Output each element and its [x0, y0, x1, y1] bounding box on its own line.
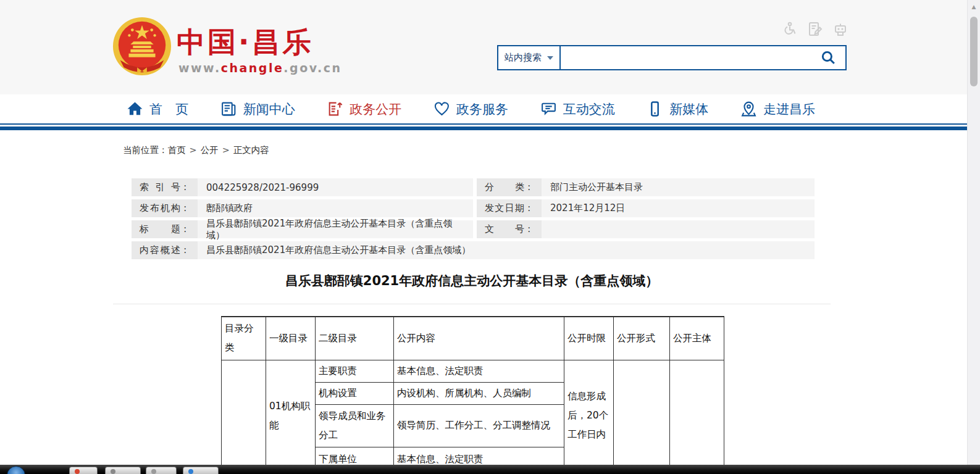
meta-value-doc-no: [542, 220, 815, 238]
meta-row: 标题： 昌乐县鄌郚镇2021年政府信息主动公开基本目录（含重点领域） 文号：: [132, 220, 815, 238]
meta-label-title: 标题：: [132, 220, 198, 238]
nav-item-gov-disclosure[interactable]: 政务公开: [327, 101, 401, 118]
taskbar-button[interactable]: [105, 467, 141, 474]
utility-icons: [782, 21, 848, 37]
nav-item-news-center[interactable]: 新闻中心: [220, 101, 295, 118]
breadcrumb-separator: >: [190, 145, 197, 155]
main-nav: 首 页 新闻中心 政务公开: [0, 94, 967, 123]
breadcrumb-separator: >: [222, 145, 230, 155]
site-url-highlight: changle: [221, 61, 284, 75]
meta-row: 发布机构： 鄌郚镇政府 发文日期： 2021年12月12日: [132, 199, 815, 217]
document-metadata: 索引号： 004225928/2021-96999 分类： 部门主动公开基本目录…: [132, 178, 815, 262]
national-emblem-logo: [112, 16, 172, 78]
nav-item-new-media[interactable]: 新媒体: [647, 101, 708, 118]
page-scrollbar[interactable]: ▲: [967, 0, 980, 474]
search-button[interactable]: [811, 46, 845, 69]
start-button[interactable]: [7, 466, 25, 474]
meta-label-summary: 内容概述：: [132, 241, 198, 259]
cell-level2: 领导成员和业务分工: [316, 404, 394, 447]
col-header-level1: 一级目录: [266, 317, 316, 360]
divider-line-thick: [0, 127, 967, 130]
meta-label-index-no: 索引号：: [132, 178, 198, 196]
meta-value-summary: 昌乐县鄌郚镇2021年政府信息主动公开基本目录（含重点领域）: [198, 241, 815, 259]
search-input[interactable]: [561, 46, 811, 69]
nav-item-home[interactable]: 首 页: [127, 101, 188, 118]
meta-label-pub-date: 发文日期：: [477, 199, 542, 217]
document-arrow-icon: [327, 101, 343, 117]
taskbar-button[interactable]: [146, 467, 177, 474]
nav-label: 首 页: [149, 101, 188, 118]
mobile-icon: [647, 101, 663, 117]
meta-label-category: 分类：: [477, 178, 542, 196]
site-url-suffix: .gov.cn: [283, 61, 341, 75]
table-header-row: 目录分类 一级目录 二级目录 公开内容 公开时限 公开形式 公开主体: [222, 317, 724, 360]
nav-item-gov-services[interactable]: 政务服务: [433, 101, 508, 118]
search-scope-label: 站内搜索: [505, 52, 542, 64]
taskbar-button[interactable]: [69, 467, 98, 474]
cell-content: 内设机构、所属机构、人员编制: [394, 382, 564, 404]
nav-item-about-changle[interactable]: 走进昌乐: [740, 101, 815, 118]
nav-label: 走进昌乐: [763, 101, 815, 118]
taskbar-app-icon: [151, 469, 156, 474]
taskbar-app-icon: [111, 469, 115, 474]
accessibility-icon[interactable]: [782, 21, 798, 37]
annotate-document-icon[interactable]: [807, 21, 823, 37]
taskbar-app-icon: [188, 469, 193, 474]
meta-label-publisher: 发布机构：: [132, 199, 198, 217]
breadcrumb-disclosure-link[interactable]: 公开: [201, 145, 219, 155]
cell-content: 基本信息、法定职责: [394, 360, 564, 382]
map-pin-icon: [740, 101, 757, 117]
nav-label: 政务服务: [456, 101, 508, 118]
site-url: www.changle.gov.cn: [178, 61, 342, 75]
cell-subject: [670, 360, 724, 472]
col-header-time-limit: 公开时限: [564, 317, 614, 360]
search-bar: 站内搜索: [497, 45, 847, 70]
meta-value-category: 部门主动公开基本目录: [542, 178, 815, 196]
site-header: 中国·昌乐 www.changle.gov.cn: [0, 0, 967, 94]
scrollbar-thumb[interactable]: [970, 17, 978, 86]
nav-item-interaction[interactable]: 互动交流: [540, 101, 615, 118]
page: 中国·昌乐 www.changle.gov.cn: [0, 0, 980, 474]
meta-label-doc-no: 文号：: [477, 220, 542, 238]
nav-label: 互动交流: [563, 101, 615, 118]
chat-icon: [540, 101, 557, 117]
cell-level2: 机构设置: [316, 382, 394, 404]
cell-form: [614, 360, 670, 472]
col-header-form: 公开形式: [614, 317, 670, 360]
robot-icon[interactable]: [832, 21, 848, 37]
cell-content: 领导简历、工作分工、分工调整情况: [394, 404, 564, 447]
col-header-category: 目录分类: [222, 317, 266, 360]
cell-level2: 主要职责: [316, 360, 394, 382]
search-scope-dropdown[interactable]: 站内搜索: [498, 46, 561, 69]
page-title: 昌乐县鄌郚镇2021年政府信息主动公开基本目录（含重点领域）: [113, 272, 831, 289]
meta-row: 内容概述： 昌乐县鄌郚镇2021年政府信息主动公开基本目录（含重点领域）: [132, 241, 815, 259]
windows-taskbar: [0, 465, 980, 474]
nav-label: 新闻中心: [243, 101, 295, 118]
content-separator: [113, 304, 831, 304]
meta-value-title: 昌乐县鄌郚镇2021年政府信息主动公开基本目录（含重点领域）: [198, 220, 473, 238]
col-header-level2: 二级目录: [316, 317, 394, 360]
heart-icon: [433, 101, 450, 117]
taskbar-button[interactable]: [183, 467, 219, 474]
site-title: 中国·昌乐: [177, 23, 313, 62]
breadcrumb-current: 正文内容: [233, 145, 269, 155]
nav-label: 政务公开: [350, 101, 401, 118]
taskbar-app-icon: [75, 469, 80, 474]
col-header-subject: 公开主体: [670, 317, 724, 360]
disclosure-catalog-table: 目录分类 一级目录 二级目录 公开内容 公开时限 公开形式 公开主体 01机构职…: [221, 316, 724, 472]
search-icon: [820, 49, 837, 66]
home-icon: [127, 101, 143, 117]
scroll-up-arrow-icon[interactable]: ▲: [968, 4, 980, 10]
meta-value-index-no: 004225928/2021-96999: [198, 178, 473, 196]
meta-row: 索引号： 004225928/2021-96999 分类： 部门主动公开基本目录: [132, 178, 815, 196]
table-row: 01机构职能 主要职责 基本信息、法定职责 信息形成后，20个工作日内: [222, 360, 724, 382]
nav-label: 新媒体: [669, 101, 708, 118]
cell-category-group: [222, 360, 266, 472]
site-url-prefix: www.: [178, 61, 221, 75]
news-icon: [220, 101, 237, 117]
breadcrumb-home-link[interactable]: 首页: [168, 145, 186, 155]
breadcrumb-prefix: 当前位置：: [123, 145, 168, 155]
chevron-down-icon: [547, 56, 553, 60]
col-header-content: 公开内容: [394, 317, 564, 360]
cell-time-limit: 信息形成后，20个工作日内: [564, 360, 614, 472]
